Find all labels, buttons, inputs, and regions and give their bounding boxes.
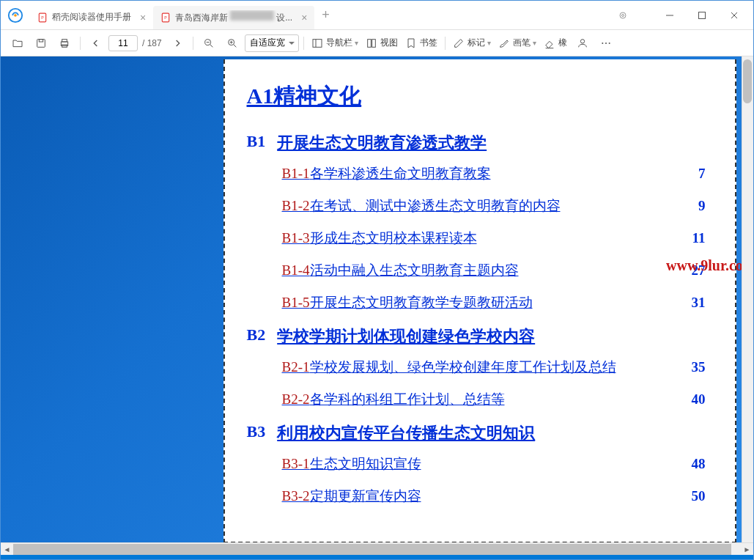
toc-page-num: 9 (698, 198, 713, 214)
eraser-button[interactable]: 橡 (541, 37, 570, 49)
close-button[interactable] (720, 5, 749, 26)
toc-page-num: 7 (698, 166, 713, 182)
tabs: P 稻壳阅读器使用手册 × P 青岛西海岸新设... × + (30, 1, 608, 29)
print-button[interactable] (53, 33, 75, 54)
toc-page-num: 27 (692, 262, 713, 279)
page-input[interactable] (108, 35, 138, 51)
toc-item: B1-1各学科渗透生命文明教育教案7 (282, 164, 713, 183)
more-button[interactable] (595, 33, 617, 54)
pdf-icon: P (37, 12, 48, 23)
section-heading[interactable]: B2学校学期计划体现创建绿色学校内容 (247, 325, 713, 347)
taskbar-edge (1, 555, 753, 559)
scroll-right-icon[interactable]: ► (741, 543, 753, 556)
separator (303, 37, 304, 50)
toolbar: / 187 自适应宽 导航栏 ▾ 视图 书签 标记 ▾ 画笔 ▾ (1, 30, 753, 56)
titlebar: P 稻壳阅读器使用手册 × P 青岛西海岸新设... × + (1, 1, 753, 30)
toc-page-num: 40 (692, 391, 713, 408)
svg-point-32 (608, 43, 610, 44)
separator (445, 37, 446, 50)
document-page: A1精神文化 B1开展生态文明教育渗透式教学B1-1各学科渗透生命文明教育教案7… (223, 59, 736, 542)
save-button[interactable] (30, 33, 52, 54)
toc-page-num: 35 (692, 359, 713, 375)
item-list: B2-1学校发展规划、绿色学校创建年度工作计划及总结35B2-2各学科的科组工作… (247, 358, 713, 409)
separator (193, 37, 193, 50)
new-tab-button[interactable]: + (314, 7, 336, 23)
svg-point-31 (605, 43, 607, 44)
scrollbar-thumb[interactable] (743, 59, 752, 103)
separator (80, 37, 81, 50)
svg-rect-13 (39, 39, 42, 41)
chevron-down-icon: ▾ (487, 39, 491, 47)
chevron-down-icon: ▾ (533, 39, 536, 47)
svg-rect-27 (372, 39, 375, 47)
item-list: B3-1生态文明知识宣传48B3-2定期更新宣传内容50 (247, 454, 713, 506)
svg-rect-26 (367, 39, 371, 47)
next-page-button[interactable] (166, 33, 188, 54)
svg-point-1 (14, 14, 17, 17)
app-logo[interactable] (1, 7, 30, 23)
toc-link[interactable]: B1-5开展生态文明教育教学专题教研活动 (282, 293, 533, 312)
section-num: B2 (247, 325, 266, 347)
toc-link[interactable]: B1-3形成生态文明校本课程读本 (282, 229, 477, 248)
toc-section: B3利用校内宣传平台传播生态文明知识B3-1生态文明知识宣传48B3-2定期更新… (247, 422, 713, 506)
mark-button[interactable]: 标记 ▾ (450, 37, 494, 49)
toc-section: B2学校学期计划体现创建绿色学校内容B2-1学校发展规划、绿色学校创建年度工作计… (247, 325, 713, 409)
toc-link[interactable]: B3-1生态文明知识宣传 (282, 454, 421, 474)
view-button[interactable]: 视图 (363, 37, 401, 49)
toc-item: B3-1生态文明知识宣传48 (282, 454, 713, 474)
section-title: 利用校内宣传平台传播生态文明知识 (277, 422, 535, 444)
svg-rect-15 (62, 39, 67, 41)
open-button[interactable] (7, 33, 29, 54)
svg-point-29 (580, 39, 584, 43)
zoom-select[interactable]: 自适应宽 (245, 34, 299, 52)
toc-link[interactable]: B2-1学校发展规划、绿色学校创建年度工作计划及总结 (282, 358, 616, 377)
section-heading[interactable]: B1开展生态文明教育渗透式教学 (247, 132, 713, 154)
minimize-button[interactable] (655, 5, 684, 26)
svg-rect-24 (313, 39, 322, 47)
toc-link[interactable]: B1-4活动中融入生态文明教育主题内容 (282, 261, 519, 280)
tab-qingdao[interactable]: P 青岛西海岸新设... × (153, 6, 314, 29)
toc-item: B1-4活动中融入生态文明教育主题内容27 (282, 261, 713, 280)
chevron-down-icon: ▾ (355, 39, 358, 47)
pdf-icon: P (160, 12, 171, 23)
prev-page-button[interactable] (85, 33, 107, 54)
svg-rect-9 (699, 12, 706, 18)
document-viewer[interactable]: A1精神文化 B1开展生态文明教育渗透式教学B1-1各学科渗透生命文明教育教案7… (1, 56, 753, 542)
brush-button[interactable]: 画笔 ▾ (495, 37, 539, 49)
section-heading[interactable]: B3利用校内宣传平台传播生态文明知识 (247, 422, 713, 444)
tab-manual[interactable]: P 稻壳阅读器使用手册 × (30, 6, 153, 29)
item-list: B1-1各学科渗透生命文明教育教案7B1-2在考试、测试中渗透生态文明教育的内容… (247, 164, 713, 312)
bookmark-button[interactable]: 书签 (402, 37, 440, 49)
toc-link[interactable]: B3-2定期更新宣传内容 (282, 487, 421, 506)
toc-section: B1开展生态文明教育渗透式教学B1-1各学科渗透生命文明教育教案7B1-2在考试… (247, 132, 713, 312)
toc-page-num: 11 (692, 230, 713, 246)
toc-link[interactable]: B2-2各学科的科组工作计划、总结等 (282, 390, 505, 409)
tab-label: 稻壳阅读器使用手册 (52, 11, 131, 23)
toc-link[interactable]: B1-2在考试、测试中渗透生态文明教育的内容 (282, 196, 561, 215)
scrollbar-thumb[interactable] (13, 544, 731, 555)
section-num: B3 (247, 422, 266, 444)
section-title: 开展生态文明教育渗透式教学 (277, 132, 487, 154)
settings-icon[interactable] (608, 5, 637, 26)
horizontal-scrollbar[interactable]: ◄ ► (1, 542, 753, 555)
zoom-in-button[interactable] (221, 33, 243, 54)
nav-panel-button[interactable]: 导航栏 ▾ (308, 37, 361, 49)
vertical-scrollbar[interactable] (742, 56, 753, 542)
toc-item: B1-2在考试、测试中渗透生态文明教育的内容9 (282, 196, 713, 215)
svg-line-18 (210, 45, 212, 47)
maximize-button[interactable] (687, 5, 717, 26)
toc-page-num: 50 (692, 488, 713, 504)
toc-page-num: 31 (692, 295, 713, 311)
account-button[interactable] (572, 33, 594, 54)
svg-text:P: P (164, 15, 167, 19)
close-icon[interactable]: × (301, 12, 307, 23)
toc-link[interactable]: B1-1各学科渗透生命文明教育教案 (282, 164, 491, 183)
toc-item: B3-2定期更新宣传内容50 (282, 487, 713, 506)
doc-main-title[interactable]: A1精神文化 (247, 81, 713, 111)
zoom-out-button[interactable] (198, 33, 220, 54)
scroll-left-icon[interactable]: ◄ (1, 543, 13, 556)
tab-label: 青岛西海岸新设... (175, 10, 292, 24)
toc-item: B2-1学校发展规划、绿色学校创建年度工作计划及总结35 (282, 358, 713, 377)
toc-page-num: 48 (692, 456, 713, 472)
close-icon[interactable]: × (140, 12, 146, 23)
